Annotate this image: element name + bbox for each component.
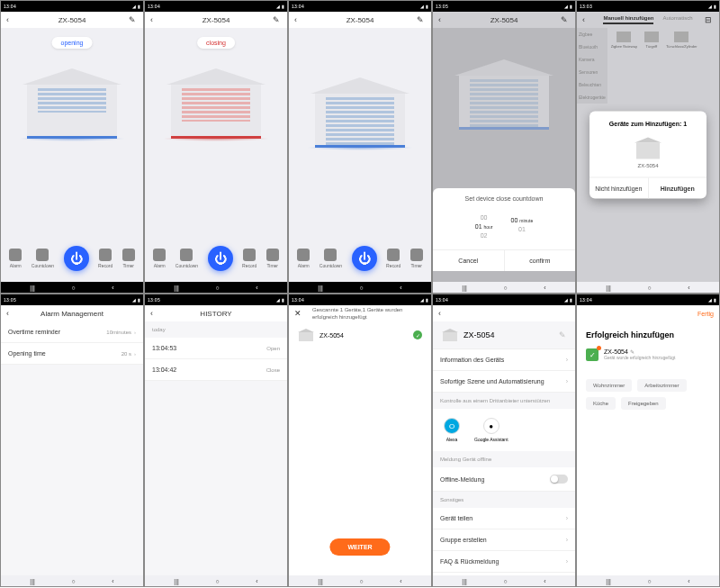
back-icon[interactable]: ‹	[438, 15, 447, 24]
back-icon[interactable]: ‹	[6, 309, 15, 318]
dialog-title: Geräte zum Hinzufügen: 1	[590, 112, 706, 132]
offline-toggle[interactable]	[550, 475, 568, 484]
edit-icon[interactable]: ✎	[129, 15, 138, 24]
screen-scan-result: 13:04◢ ▮ ✕ Gescannte 1 Geräte,1 Geräte w…	[288, 294, 432, 587]
row-device-info[interactable]: Information des Geräts›	[433, 349, 575, 371]
group-today: today	[145, 321, 287, 338]
device-type-grid: Zigbee Gateway Türgriff Türschloss/Zylin…	[608, 28, 701, 104]
back-icon[interactable]: ‹	[438, 309, 447, 318]
tab-timer[interactable]: Timer	[410, 249, 423, 268]
garage-illustration	[166, 68, 266, 140]
confirm-button[interactable]: confirm	[505, 250, 576, 271]
device-row: ZX-5054 ✓	[289, 321, 431, 348]
tab-alarm[interactable]: Alarm	[297, 249, 310, 268]
chip-freigegeben[interactable]: Freigegeben	[621, 397, 666, 410]
edit-icon[interactable]: ✎	[561, 15, 570, 24]
screen-countdown-modal: 13:05◢ ▮ ‹ ZX-5054 ✎ Set device close co…	[432, 0, 576, 294]
screen-history: 13:05◢ ▮ ‹ HISTORY today 13:04:53Open 13…	[144, 294, 288, 587]
continue-button[interactable]: WEITER	[329, 538, 390, 556]
time-picker[interactable]: 0001 hour02 00 minute01	[433, 209, 575, 249]
assistant-section: OAlexa ●Google Assistant	[433, 409, 575, 451]
edit-icon[interactable]: ✎	[417, 15, 426, 24]
back-icon[interactable]: ‹	[150, 309, 159, 318]
close-icon[interactable]: ✕	[294, 309, 303, 318]
alexa-link[interactable]: OAlexa	[444, 418, 460, 442]
back-icon[interactable]: ‹	[6, 15, 15, 24]
row-overtime[interactable]: Overtime reminder 10minutes›	[1, 321, 143, 343]
tab-manual[interactable]: Manuell hinzufügen	[603, 15, 653, 24]
row-group[interactable]: Gruppe erstellen›	[433, 529, 575, 551]
screen-garage-closing: 13:04◢ ▮ ‹ ZX-5054 ✎ closing Alarm Count…	[144, 0, 288, 294]
cat-zigbee[interactable]: Zigbee	[579, 32, 606, 37]
tab-timer[interactable]: Timer	[266, 249, 279, 268]
chip-wohnzimmer[interactable]: Wohnzimmer	[586, 379, 632, 392]
garage-illustration	[310, 77, 410, 149]
page-title: Alarm Management	[15, 310, 129, 318]
android-nav: |||○‹	[1, 282, 143, 293]
page-title: HISTORY	[159, 310, 273, 318]
cancel-button[interactable]: Cancel	[433, 250, 505, 271]
edit-icon[interactable]: ✎	[273, 15, 282, 24]
timer-icon	[122, 249, 135, 261]
screen-garage-closed: 13:04◢ ▮ ‹ ZX-5054 ✎ Alarm Countdown ⏻ R…	[288, 0, 432, 294]
tab-auto[interactable]: Automatisch	[662, 15, 692, 24]
success-check-icon: ✓	[413, 330, 422, 339]
google-link[interactable]: ●Google Assistant	[474, 418, 508, 442]
device-title: ZX-5054	[15, 16, 129, 24]
success-title: Erfolgreich hinzufügen	[586, 330, 710, 339]
screen-garage-opening: 13:04◢ ▮ ‹ ZX-5054 ✎ opening Alarm Count…	[0, 0, 144, 294]
row-opening-time[interactable]: Opening time 20 s›	[1, 343, 143, 365]
screen-alarm-management: 13:05◢ ▮ ‹ Alarm Management Overtime rem…	[0, 294, 144, 587]
device-header[interactable]: ZX-5054 ✎	[433, 321, 575, 349]
row-offline-notify[interactable]: Offline-Meldung	[433, 467, 575, 492]
power-button[interactable]: ⏻	[352, 246, 377, 271]
status-bar: 13:04◢ ▮	[1, 1, 143, 12]
tab-record[interactable]: Record	[386, 249, 400, 268]
done-button[interactable]: Fertig	[698, 311, 714, 317]
room-chips: Wohnzimmer Arbeitszimmer Küche Freigegeb…	[577, 370, 719, 419]
tab-countdown[interactable]: Countdown	[320, 249, 342, 268]
countdown-modal: Set device close countdown 0001 hour02 0…	[433, 188, 575, 271]
tab-timer[interactable]: Timer	[122, 249, 135, 268]
category-sidebar: Zigbee Bluetooth Kamera Sensoren Beleuch…	[577, 28, 608, 104]
edit-icon[interactable]: ✎	[559, 330, 566, 339]
back-icon[interactable]: ‹	[582, 15, 591, 24]
screen-add-success: 13:04◢ ▮ Fertig Erfolgreich hinzufügen ✓…	[576, 294, 720, 587]
header: ‹ ZX-5054 ✎	[1, 12, 143, 28]
chip-kueche[interactable]: Küche	[586, 397, 616, 410]
back-icon[interactable]: ‹	[150, 15, 159, 24]
alarm-icon	[9, 249, 22, 261]
tab-record[interactable]: Record	[98, 249, 112, 268]
screen-add-device: 13:03◢ ▮ ‹ Manuell hinzufügen Automatisc…	[576, 0, 720, 294]
tab-alarm[interactable]: Alarm	[153, 249, 166, 268]
garage-illustration	[454, 59, 554, 131]
dont-add-button[interactable]: Nicht hinzufügen	[590, 178, 649, 199]
screen-device-settings: 13:04◢ ▮ ‹ ZX-5054 ✎ Information des Ger…	[432, 294, 576, 587]
row-faq[interactable]: FAQ & Rückmeldung›	[433, 551, 575, 573]
row-share[interactable]: Gerät teilen›	[433, 508, 575, 529]
found-device-dialog: Geräte zum Hinzufügen: 1 ZX-5054 Nicht h…	[590, 112, 706, 199]
item-gateway[interactable]: Zigbee Gateway	[611, 32, 637, 100]
scan-icon[interactable]: ⊟	[705, 15, 714, 24]
tab-countdown[interactable]: Countdown	[176, 249, 198, 268]
status-badge: closing	[197, 37, 235, 49]
power-button[interactable]: ⏻	[208, 246, 233, 271]
power-button[interactable]: ⏻	[64, 246, 89, 271]
device-icon	[298, 329, 314, 341]
item-lock[interactable]: Türschloss/Zylinder	[666, 32, 698, 100]
back-icon[interactable]: ‹	[294, 15, 303, 24]
device-icon	[634, 138, 662, 159]
garage-illustration	[22, 68, 122, 140]
row-homescreen[interactable]: Zum Startbildschirm hinzufügen›	[433, 573, 575, 575]
recent-icon[interactable]: |||	[30, 285, 34, 291]
tab-record[interactable]: Record	[242, 249, 256, 268]
chip-arbeitszimmer[interactable]: Arbeitszimmer	[637, 379, 686, 392]
success-check-icon: ✓	[586, 348, 598, 361]
back-nav-icon[interactable]: ‹	[112, 285, 113, 291]
tab-alarm[interactable]: Alarm	[9, 249, 22, 268]
item-handle[interactable]: Türgriff	[644, 32, 659, 100]
home-icon[interactable]: ○	[71, 285, 75, 291]
add-button[interactable]: Hinzufügen	[649, 178, 707, 199]
tab-countdown[interactable]: Countdown	[32, 249, 54, 268]
row-scene-automation[interactable]: Sofortige Szene und Automatisierung›	[433, 371, 575, 393]
